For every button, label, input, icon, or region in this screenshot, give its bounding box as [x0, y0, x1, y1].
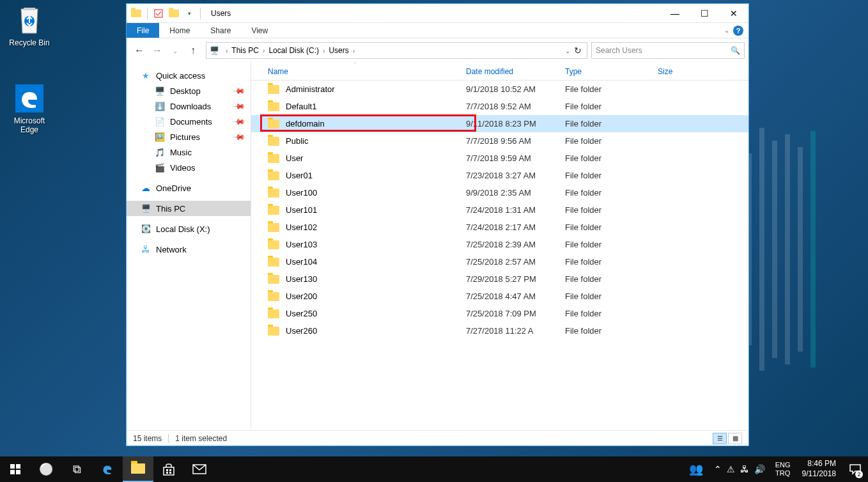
people-button[interactable]: 👥 — [683, 456, 709, 482]
pin-icon: 📌 — [233, 115, 246, 128]
close-button[interactable]: ✕ — [719, 4, 748, 23]
file-row[interactable]: Public 7/7/2018 9:56 AM File folder — [251, 132, 748, 150]
view-icons-button[interactable]: ▦ — [728, 433, 742, 444]
star-icon: ★ — [141, 70, 151, 81]
notification-count: 2 — [855, 470, 863, 478]
up-button[interactable]: ↑ — [187, 44, 199, 57]
minimize-button[interactable]: — — [660, 4, 690, 23]
nav-onedrive[interactable]: ☁OneDrive — [127, 180, 251, 196]
column-name[interactable]: Name^ — [263, 63, 461, 80]
qat-dropdown[interactable]: ▾ — [182, 6, 196, 20]
clock[interactable]: 8:46 PM 9/11/2018 — [796, 459, 842, 479]
nav-network[interactable]: 🖧Network — [127, 242, 251, 257]
back-button[interactable]: ← — [133, 44, 146, 57]
start-button[interactable] — [0, 456, 31, 482]
address-bar[interactable]: 🖥️ › This PC › Local Disk (C:) › Users ›… — [206, 42, 587, 59]
folder-icon — [268, 309, 279, 318]
chevron-icon[interactable]: › — [352, 47, 356, 54]
nav-desktop[interactable]: 🖥️Desktop📌 — [127, 83, 251, 98]
folder-icon — [268, 258, 279, 267]
file-date: 9/9/2018 2:35 AM — [461, 188, 560, 198]
task-view-button[interactable]: ⧉ — [61, 456, 92, 482]
file-row[interactable]: User250 7/25/2018 7:09 PM File folder — [251, 305, 748, 322]
chevron-icon[interactable]: › — [261, 47, 266, 54]
file-row[interactable]: User101 7/24/2018 1:31 AM File folder — [251, 201, 748, 219]
action-center-button[interactable]: 2 — [842, 456, 868, 482]
file-name: User260 — [286, 326, 317, 336]
tray-chevron-icon[interactable]: ⌃ — [714, 464, 722, 474]
file-row[interactable]: User102 7/24/2018 2:17 AM File folder — [251, 219, 748, 236]
ribbon-tab-home[interactable]: Home — [159, 23, 200, 38]
file-date: 9/11/2018 8:23 PM — [461, 119, 560, 128]
search-button[interactable]: ⚪ — [31, 456, 61, 482]
file-row[interactable]: User200 7/25/2018 4:47 AM File folder — [251, 288, 748, 305]
folder-icon — [268, 154, 279, 163]
taskbar-edge[interactable] — [92, 456, 123, 482]
recycle-bin-label: Recycle Bin — [5, 38, 54, 47]
pc-icon: 🖥️ — [209, 45, 219, 56]
recycle-bin-icon[interactable]: Recycle Bin — [5, 5, 54, 47]
ribbon-expand-icon[interactable]: ⌄ — [724, 27, 729, 34]
file-name: User104 — [286, 257, 317, 267]
nav-local-disk-x[interactable]: 💽Local Disk (X:) — [127, 221, 251, 237]
help-icon[interactable]: ? — [733, 26, 743, 36]
tray-security-icon[interactable]: ⚠ — [727, 464, 735, 474]
language-indicator[interactable]: ENG TRQ — [770, 461, 796, 478]
chevron-icon[interactable]: › — [224, 47, 229, 54]
file-row[interactable]: User130 7/29/2018 5:27 PM File folder — [251, 270, 748, 288]
taskbar-mail[interactable] — [184, 456, 215, 482]
ribbon: File Home Share View ⌄ ? — [127, 23, 748, 38]
file-row[interactable]: User104 7/25/2018 2:57 AM File folder — [251, 253, 748, 270]
file-date: 7/27/2018 11:22 A — [461, 326, 560, 336]
column-type[interactable]: Type — [560, 63, 653, 80]
status-bar: 15 items 1 item selected ☰ ▦ — [127, 430, 748, 446]
svg-rect-5 — [166, 472, 168, 474]
file-type: File folder — [560, 84, 653, 94]
column-date-modified[interactable]: Date modified — [461, 63, 560, 80]
file-row[interactable]: User100 9/9/2018 2:35 AM File folder — [251, 184, 748, 201]
search-input[interactable]: Search Users 🔍 — [591, 42, 745, 59]
nav-videos[interactable]: 🎬Videos — [127, 160, 251, 175]
recent-dropdown[interactable]: ⌄ — [169, 44, 182, 57]
chevron-icon[interactable]: › — [322, 47, 326, 54]
maximize-button[interactable]: ☐ — [690, 4, 719, 23]
breadcrumb-local-disk[interactable]: Local Disk (C:) — [266, 46, 322, 55]
column-size[interactable]: Size — [653, 63, 704, 80]
file-row[interactable]: User 7/7/2018 9:59 AM File folder — [251, 150, 748, 167]
ribbon-tab-file[interactable]: File — [127, 23, 159, 38]
forward-button[interactable]: → — [151, 44, 164, 57]
tray-volume-icon[interactable]: 🔊 — [754, 464, 765, 474]
qat-properties[interactable] — [151, 6, 166, 20]
nav-music[interactable]: 🎵Music — [127, 144, 251, 160]
file-row[interactable]: User260 7/27/2018 11:22 A File folder — [251, 322, 748, 339]
file-row[interactable]: User01 7/23/2018 3:27 AM File folder — [251, 167, 748, 184]
view-details-button[interactable]: ☰ — [713, 433, 727, 444]
file-row[interactable]: defdomain 9/11/2018 8:23 PM File folder — [251, 115, 748, 132]
file-name: User01 — [286, 171, 313, 180]
music-icon: 🎵 — [155, 147, 165, 157]
folder-icon — [268, 206, 279, 215]
file-row[interactable]: Default1 7/7/2018 9:52 AM File folder — [251, 98, 748, 115]
nav-quick-access[interactable]: ★Quick access — [127, 68, 251, 83]
file-row[interactable]: Administrator 9/1/2018 10:52 AM File fol… — [251, 81, 748, 98]
breadcrumb-this-pc[interactable]: This PC — [229, 46, 261, 55]
taskbar-store[interactable] — [153, 456, 184, 482]
nav-this-pc[interactable]: 🖥️This PC — [127, 201, 251, 216]
desktop-decoration — [740, 128, 868, 384]
ribbon-tab-share[interactable]: Share — [200, 23, 241, 38]
nav-pictures[interactable]: 🖼️Pictures📌 — [127, 129, 251, 144]
breadcrumb-users[interactable]: Users — [326, 46, 351, 55]
address-dropdown-icon[interactable]: ⌄ — [565, 47, 570, 54]
file-name: Administrator — [286, 84, 335, 94]
file-row[interactable]: User103 7/25/2018 2:39 AM File folder — [251, 236, 748, 253]
nav-downloads[interactable]: ⬇️Downloads📌 — [127, 98, 251, 114]
ribbon-tab-view[interactable]: View — [241, 23, 278, 38]
tray-network-icon[interactable]: 🖧 — [740, 464, 749, 474]
refresh-button[interactable]: ↻ — [574, 45, 582, 56]
nav-documents[interactable]: 📄Documents📌 — [127, 114, 251, 129]
qat-new-folder[interactable] — [167, 6, 181, 20]
file-type: File folder — [560, 136, 653, 146]
file-type: File folder — [560, 292, 653, 301]
microsoft-edge-icon[interactable]: Microsoft Edge — [5, 83, 54, 134]
taskbar-file-explorer[interactable] — [123, 456, 153, 482]
